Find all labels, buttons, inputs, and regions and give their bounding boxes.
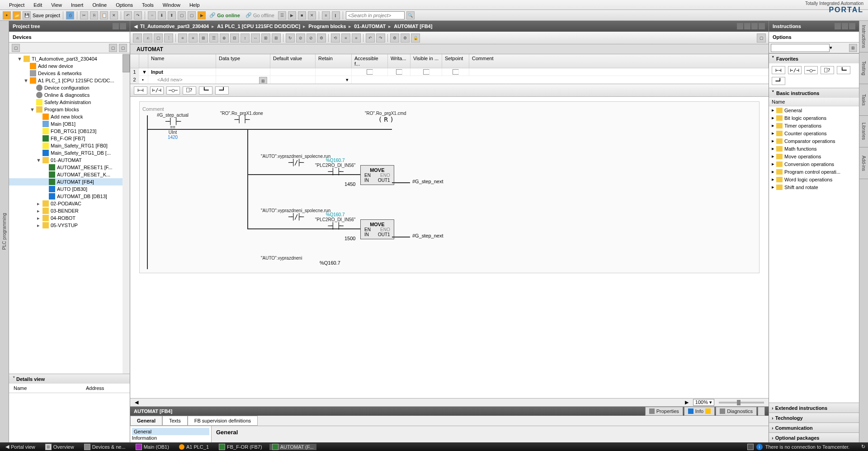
- tab-main-ob1[interactable]: Main (OB1): [133, 444, 172, 450]
- crumb-blocks[interactable]: Program blocks: [308, 24, 346, 29]
- instruction-category[interactable]: ▸Move operations: [769, 152, 859, 160]
- tree-item[interactable]: Device configuration: [9, 84, 130, 91]
- go-online-button[interactable]: 🔗Go online: [208, 12, 242, 18]
- tab-a1-plc[interactable]: A1 PLC_1: [176, 444, 212, 450]
- instruction-category[interactable]: ▸Word logic operations: [769, 176, 859, 183]
- menu-edit[interactable]: Edit: [29, 1, 47, 9]
- expand-icon[interactable]: ▸: [36, 201, 41, 207]
- ed-tool-icon[interactable]: ≡: [189, 33, 198, 43]
- col-retain[interactable]: Retain: [316, 54, 352, 68]
- tree-item[interactable]: Main_Safety_RTG1 [FB0]: [9, 142, 130, 149]
- close-icon[interactable]: [759, 23, 765, 29]
- restore-icon[interactable]: [751, 23, 758, 29]
- instruction-category[interactable]: ▸Math functions: [769, 145, 859, 152]
- ed-tool-icon[interactable]: ⚙: [401, 33, 410, 43]
- side-tab-testing[interactable]: Testing: [859, 52, 868, 84]
- branch-close-icon[interactable]: ━┛: [215, 86, 229, 95]
- search-icon[interactable]: 🔍: [406, 11, 415, 19]
- side-tab-instructions[interactable]: Instructions: [859, 21, 868, 52]
- ed-tool-icon[interactable]: ⊟: [230, 33, 239, 43]
- inspector-collapse-icon[interactable]: [758, 407, 765, 416]
- instruction-section[interactable]: ›Extended instructions: [769, 403, 859, 413]
- collapse-icon[interactable]: [835, 23, 841, 29]
- ed-tool-icon[interactable]: 🔒: [411, 33, 420, 43]
- basic-instructions-list[interactable]: Name ▸General▸Bit logic operations▸Timer…: [769, 98, 859, 403]
- tree-tool-1-icon[interactable]: ▢: [12, 44, 20, 52]
- new-project-icon[interactable]: ✦: [3, 11, 11, 19]
- tab-devices[interactable]: Devices & ne...: [81, 444, 128, 450]
- left-side-tab[interactable]: PLC programming: [0, 21, 9, 442]
- tree-item[interactable]: FOB_RTG1 [OB123]: [9, 128, 130, 135]
- network[interactable]: Comment #G_step_actual ─┤ ├─ == UInt 142…: [139, 101, 760, 273]
- basic-instructions-header[interactable]: ˅Basic instructions: [769, 88, 859, 98]
- ed-tool-icon[interactable]: ≡: [341, 33, 350, 43]
- col-visible[interactable]: Visible in ...: [410, 54, 442, 68]
- move2-in-val[interactable]: 1500: [344, 236, 355, 241]
- tab-general[interactable]: General: [130, 416, 162, 426]
- ed-tool-icon[interactable]: ⊘: [296, 33, 305, 43]
- expand-icon[interactable]: ▸: [772, 123, 774, 128]
- expand-icon[interactable]: ▸: [772, 184, 774, 190]
- tree-item[interactable]: AUTOMAT_RESET_K...: [9, 171, 130, 178]
- pin-icon[interactable]: [842, 23, 848, 29]
- io-addr-3[interactable]: %Q160.7: [320, 260, 340, 266]
- empty-box-icon[interactable]: ⎕?: [183, 86, 196, 95]
- hscroll-next-icon[interactable]: ▶: [685, 399, 689, 405]
- instruction-category[interactable]: ▸Program control operati...: [769, 168, 859, 176]
- tab-diagnostics[interactable]: Diagnostics: [716, 407, 757, 416]
- expand-icon[interactable]: ▼: [24, 78, 28, 83]
- coil-icon[interactable]: ─○─: [166, 86, 180, 95]
- tree-item[interactable]: ▸05-VYSTUP: [9, 222, 130, 229]
- ed-tool-icon[interactable]: ↕: [241, 33, 250, 43]
- tree-item[interactable]: Online & diagnostics: [9, 91, 130, 99]
- bc-prev-icon[interactable]: ◀: [134, 24, 137, 29]
- fav-contact-nc-icon[interactable]: ⊢/⊣: [788, 66, 802, 74]
- instr-name-col[interactable]: Name: [769, 98, 859, 106]
- download-icon[interactable]: ⬇: [158, 11, 166, 19]
- instruction-category[interactable]: ▸Bit logic operations: [769, 114, 859, 122]
- ed-tool-icon[interactable]: ⊞: [272, 33, 281, 43]
- tag-ro-done[interactable]: "RO".Ro_prgX1.done: [220, 111, 263, 116]
- ed-tool-icon[interactable]: ⚙: [390, 33, 399, 43]
- expand-icon[interactable]: ▸: [772, 146, 774, 152]
- col-comment[interactable]: Comment: [469, 54, 769, 68]
- interface-table[interactable]: Name Data type Default value Retain Acce…: [130, 54, 769, 84]
- menu-online[interactable]: Online: [88, 1, 111, 9]
- reset-coil[interactable]: ( R ): [378, 116, 393, 123]
- tree-item[interactable]: ▼A1 PLC_1 [CPU 1215FC DC/DC...: [9, 77, 130, 84]
- ladder-editor[interactable]: Comment #G_step_actual ─┤ ├─ == UInt 142…: [130, 97, 769, 398]
- col-default[interactable]: Default value: [270, 54, 316, 68]
- dropdown-icon[interactable]: ▾: [830, 45, 832, 51]
- fav-contact-no-icon[interactable]: ⊢⊣: [772, 66, 785, 74]
- row-input[interactable]: Input: [148, 68, 216, 76]
- ed-tool-icon[interactable]: ⊘: [307, 33, 316, 43]
- tree-item[interactable]: ▸02-PODAVAC: [9, 200, 130, 207]
- tree-item[interactable]: ▼TI_Automotive_part3_230404: [9, 55, 130, 62]
- hmi-icon[interactable]: ▢: [178, 11, 186, 19]
- pin-icon[interactable]: [120, 23, 126, 29]
- paste-icon[interactable]: 📋: [100, 11, 108, 19]
- tree-item[interactable]: Add new block: [9, 113, 130, 120]
- expand-icon[interactable]: ▸: [772, 130, 774, 136]
- tag-vyprazdneni-3[interactable]: "AUTO".vyprazdneni: [261, 256, 302, 261]
- menu-tools[interactable]: Tools: [137, 1, 158, 9]
- fav-box-icon[interactable]: ⎕?: [821, 66, 834, 74]
- next-icon[interactable]: [849, 23, 855, 29]
- col-setpoint[interactable]: Setpoint: [442, 54, 469, 68]
- move2-out-tag[interactable]: #G_step_next: [412, 233, 443, 238]
- tree-item[interactable]: ▸03-BENDER: [9, 207, 130, 214]
- start-sim-icon[interactable]: ▶: [198, 11, 206, 19]
- sync-icon[interactable]: ↻: [861, 444, 865, 450]
- tree-scrollbar[interactable]: [123, 53, 130, 374]
- io-addr[interactable]: %Q160.7: [326, 158, 345, 163]
- tree-item[interactable]: AUTOMAT_RESET1 [F...: [9, 164, 130, 171]
- menu-insert[interactable]: Insert: [66, 1, 88, 9]
- crumb-block[interactable]: AUTOMAT [FB4]: [394, 24, 432, 29]
- tab-fb-supervision[interactable]: FB supervision definitions: [188, 416, 258, 426]
- expand-icon[interactable]: ▼: [36, 157, 41, 163]
- instruction-section[interactable]: ›Communication: [769, 423, 859, 432]
- tree-item[interactable]: Main_Safety_RTG1_DB [...: [9, 149, 130, 157]
- expand-icon[interactable]: ▸: [36, 208, 41, 214]
- menu-project[interactable]: Project: [5, 1, 29, 9]
- tree-item[interactable]: Main [OB1]: [9, 120, 130, 128]
